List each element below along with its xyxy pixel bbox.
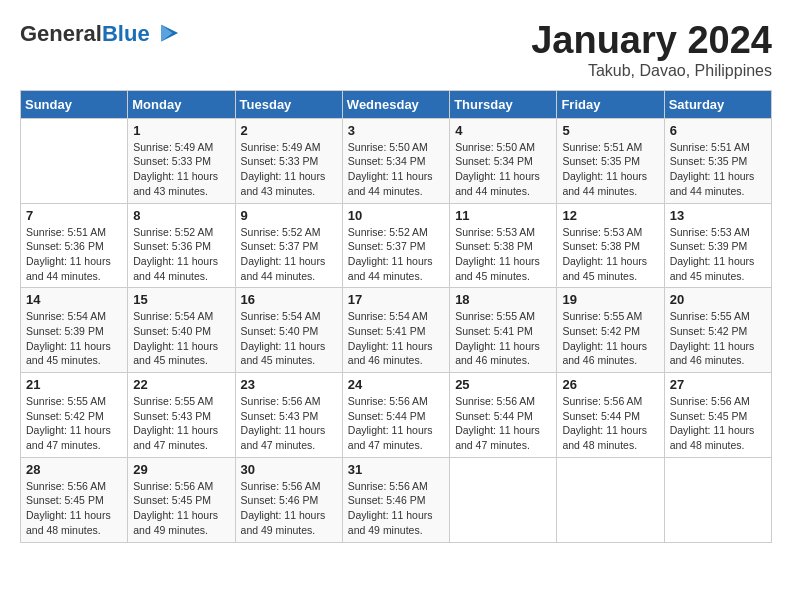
day-number: 17 xyxy=(348,292,444,307)
calendar-cell: 27Sunrise: 5:56 AM Sunset: 5:45 PM Dayli… xyxy=(664,373,771,458)
calendar-cell: 25Sunrise: 5:56 AM Sunset: 5:44 PM Dayli… xyxy=(450,373,557,458)
logo: GeneralBlue xyxy=(20,20,180,48)
page-header: GeneralBlue January 2024 Takub, Davao, P… xyxy=(20,20,772,80)
day-number: 25 xyxy=(455,377,551,392)
day-number: 12 xyxy=(562,208,658,223)
day-number: 1 xyxy=(133,123,229,138)
calendar-cell: 15Sunrise: 5:54 AM Sunset: 5:40 PM Dayli… xyxy=(128,288,235,373)
calendar-cell: 7Sunrise: 5:51 AM Sunset: 5:36 PM Daylig… xyxy=(21,203,128,288)
day-number: 24 xyxy=(348,377,444,392)
day-info: Sunrise: 5:54 AM Sunset: 5:39 PM Dayligh… xyxy=(26,309,122,368)
day-info: Sunrise: 5:56 AM Sunset: 5:43 PM Dayligh… xyxy=(241,394,337,453)
day-info: Sunrise: 5:51 AM Sunset: 5:36 PM Dayligh… xyxy=(26,225,122,284)
day-number: 2 xyxy=(241,123,337,138)
weekday-header-cell: Monday xyxy=(128,90,235,118)
day-info: Sunrise: 5:52 AM Sunset: 5:36 PM Dayligh… xyxy=(133,225,229,284)
calendar-week-row: 1Sunrise: 5:49 AM Sunset: 5:33 PM Daylig… xyxy=(21,118,772,203)
weekday-header-cell: Saturday xyxy=(664,90,771,118)
day-info: Sunrise: 5:53 AM Sunset: 5:38 PM Dayligh… xyxy=(562,225,658,284)
calendar-body: 1Sunrise: 5:49 AM Sunset: 5:33 PM Daylig… xyxy=(21,118,772,542)
month-title: January 2024 xyxy=(531,20,772,62)
day-number: 13 xyxy=(670,208,766,223)
day-number: 27 xyxy=(670,377,766,392)
day-info: Sunrise: 5:53 AM Sunset: 5:38 PM Dayligh… xyxy=(455,225,551,284)
day-info: Sunrise: 5:56 AM Sunset: 5:45 PM Dayligh… xyxy=(26,479,122,538)
day-number: 23 xyxy=(241,377,337,392)
weekday-header-cell: Sunday xyxy=(21,90,128,118)
calendar-cell: 31Sunrise: 5:56 AM Sunset: 5:46 PM Dayli… xyxy=(342,457,449,542)
day-info: Sunrise: 5:55 AM Sunset: 5:41 PM Dayligh… xyxy=(455,309,551,368)
calendar-cell: 28Sunrise: 5:56 AM Sunset: 5:45 PM Dayli… xyxy=(21,457,128,542)
title-block: January 2024 Takub, Davao, Philippines xyxy=(531,20,772,80)
day-info: Sunrise: 5:53 AM Sunset: 5:39 PM Dayligh… xyxy=(670,225,766,284)
calendar-cell: 22Sunrise: 5:55 AM Sunset: 5:43 PM Dayli… xyxy=(128,373,235,458)
weekday-header-cell: Wednesday xyxy=(342,90,449,118)
day-info: Sunrise: 5:54 AM Sunset: 5:40 PM Dayligh… xyxy=(241,309,337,368)
day-number: 9 xyxy=(241,208,337,223)
calendar-cell: 26Sunrise: 5:56 AM Sunset: 5:44 PM Dayli… xyxy=(557,373,664,458)
calendar-week-row: 14Sunrise: 5:54 AM Sunset: 5:39 PM Dayli… xyxy=(21,288,772,373)
calendar-cell: 12Sunrise: 5:53 AM Sunset: 5:38 PM Dayli… xyxy=(557,203,664,288)
day-info: Sunrise: 5:50 AM Sunset: 5:34 PM Dayligh… xyxy=(455,140,551,199)
day-info: Sunrise: 5:50 AM Sunset: 5:34 PM Dayligh… xyxy=(348,140,444,199)
day-number: 4 xyxy=(455,123,551,138)
weekday-header-cell: Tuesday xyxy=(235,90,342,118)
day-number: 28 xyxy=(26,462,122,477)
calendar-week-row: 21Sunrise: 5:55 AM Sunset: 5:42 PM Dayli… xyxy=(21,373,772,458)
calendar-cell xyxy=(557,457,664,542)
calendar-cell xyxy=(450,457,557,542)
day-number: 14 xyxy=(26,292,122,307)
calendar-cell: 18Sunrise: 5:55 AM Sunset: 5:41 PM Dayli… xyxy=(450,288,557,373)
calendar-cell: 4Sunrise: 5:50 AM Sunset: 5:34 PM Daylig… xyxy=(450,118,557,203)
day-info: Sunrise: 5:51 AM Sunset: 5:35 PM Dayligh… xyxy=(670,140,766,199)
day-info: Sunrise: 5:52 AM Sunset: 5:37 PM Dayligh… xyxy=(348,225,444,284)
logo-icon xyxy=(152,20,180,48)
day-info: Sunrise: 5:56 AM Sunset: 5:45 PM Dayligh… xyxy=(670,394,766,453)
logo-general: General xyxy=(20,21,102,46)
calendar-cell: 19Sunrise: 5:55 AM Sunset: 5:42 PM Dayli… xyxy=(557,288,664,373)
day-number: 29 xyxy=(133,462,229,477)
calendar-cell: 14Sunrise: 5:54 AM Sunset: 5:39 PM Dayli… xyxy=(21,288,128,373)
day-info: Sunrise: 5:54 AM Sunset: 5:40 PM Dayligh… xyxy=(133,309,229,368)
day-info: Sunrise: 5:56 AM Sunset: 5:46 PM Dayligh… xyxy=(348,479,444,538)
calendar-week-row: 7Sunrise: 5:51 AM Sunset: 5:36 PM Daylig… xyxy=(21,203,772,288)
calendar-cell: 23Sunrise: 5:56 AM Sunset: 5:43 PM Dayli… xyxy=(235,373,342,458)
day-number: 21 xyxy=(26,377,122,392)
svg-marker-1 xyxy=(161,25,172,42)
day-number: 7 xyxy=(26,208,122,223)
day-number: 31 xyxy=(348,462,444,477)
calendar-cell: 20Sunrise: 5:55 AM Sunset: 5:42 PM Dayli… xyxy=(664,288,771,373)
calendar-table: SundayMondayTuesdayWednesdayThursdayFrid… xyxy=(20,90,772,543)
calendar-cell: 8Sunrise: 5:52 AM Sunset: 5:36 PM Daylig… xyxy=(128,203,235,288)
calendar-cell xyxy=(664,457,771,542)
day-number: 19 xyxy=(562,292,658,307)
calendar-cell: 16Sunrise: 5:54 AM Sunset: 5:40 PM Dayli… xyxy=(235,288,342,373)
day-info: Sunrise: 5:49 AM Sunset: 5:33 PM Dayligh… xyxy=(133,140,229,199)
calendar-cell: 5Sunrise: 5:51 AM Sunset: 5:35 PM Daylig… xyxy=(557,118,664,203)
calendar-cell: 21Sunrise: 5:55 AM Sunset: 5:42 PM Dayli… xyxy=(21,373,128,458)
calendar-cell: 2Sunrise: 5:49 AM Sunset: 5:33 PM Daylig… xyxy=(235,118,342,203)
calendar-cell: 24Sunrise: 5:56 AM Sunset: 5:44 PM Dayli… xyxy=(342,373,449,458)
day-info: Sunrise: 5:55 AM Sunset: 5:42 PM Dayligh… xyxy=(562,309,658,368)
day-number: 3 xyxy=(348,123,444,138)
day-info: Sunrise: 5:54 AM Sunset: 5:41 PM Dayligh… xyxy=(348,309,444,368)
weekday-header-cell: Thursday xyxy=(450,90,557,118)
day-number: 20 xyxy=(670,292,766,307)
day-info: Sunrise: 5:49 AM Sunset: 5:33 PM Dayligh… xyxy=(241,140,337,199)
calendar-cell xyxy=(21,118,128,203)
day-number: 6 xyxy=(670,123,766,138)
location-subtitle: Takub, Davao, Philippines xyxy=(531,62,772,80)
day-info: Sunrise: 5:52 AM Sunset: 5:37 PM Dayligh… xyxy=(241,225,337,284)
day-number: 8 xyxy=(133,208,229,223)
calendar-cell: 29Sunrise: 5:56 AM Sunset: 5:45 PM Dayli… xyxy=(128,457,235,542)
calendar-cell: 11Sunrise: 5:53 AM Sunset: 5:38 PM Dayli… xyxy=(450,203,557,288)
calendar-cell: 6Sunrise: 5:51 AM Sunset: 5:35 PM Daylig… xyxy=(664,118,771,203)
calendar-cell: 3Sunrise: 5:50 AM Sunset: 5:34 PM Daylig… xyxy=(342,118,449,203)
day-number: 16 xyxy=(241,292,337,307)
day-info: Sunrise: 5:51 AM Sunset: 5:35 PM Dayligh… xyxy=(562,140,658,199)
logo-blue: Blue xyxy=(102,21,150,46)
day-info: Sunrise: 5:55 AM Sunset: 5:42 PM Dayligh… xyxy=(26,394,122,453)
calendar-cell: 10Sunrise: 5:52 AM Sunset: 5:37 PM Dayli… xyxy=(342,203,449,288)
calendar-cell: 1Sunrise: 5:49 AM Sunset: 5:33 PM Daylig… xyxy=(128,118,235,203)
calendar-cell: 30Sunrise: 5:56 AM Sunset: 5:46 PM Dayli… xyxy=(235,457,342,542)
